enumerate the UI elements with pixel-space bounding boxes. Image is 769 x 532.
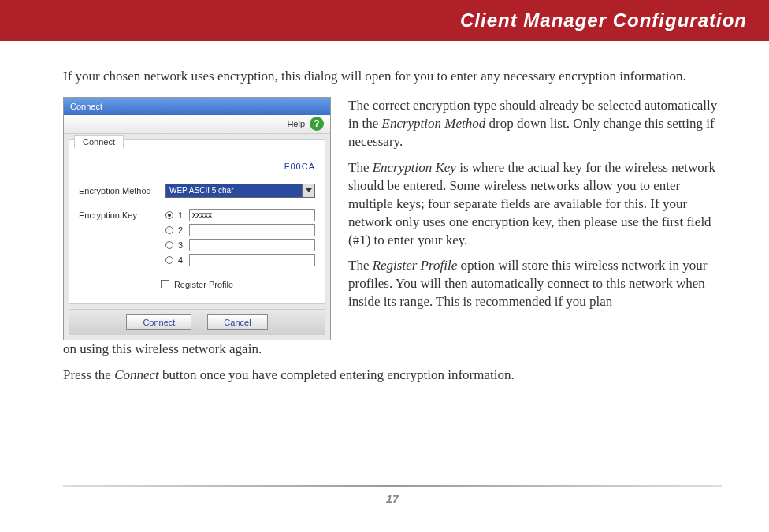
para-3a: The Register Profile option will store t… [348, 257, 722, 311]
encryption-method-dropdown[interactable] [165, 184, 315, 198]
key-line-3: 3 [165, 239, 315, 251]
page-number: 17 [63, 492, 722, 505]
key-input-4[interactable] [189, 254, 315, 266]
encryption-method-value[interactable] [165, 184, 303, 198]
content-area: If your chosen network uses encryption, … [0, 41, 769, 385]
para-1: The correct encryption type should alrea… [348, 97, 722, 151]
register-profile-label: Register Profile [174, 280, 233, 289]
para-4: Press the Connect button once you have c… [63, 366, 722, 385]
key-input-3[interactable] [189, 239, 315, 251]
key-line-2: 2 [165, 224, 315, 236]
encryption-method-label: Encryption Method [79, 186, 165, 195]
key-line-4: 4 [165, 254, 315, 266]
key-num-3: 3 [178, 240, 184, 250]
help-icon[interactable]: ? [310, 117, 324, 131]
connect-dialog: Connect Help ? Connect F00CA Encryption … [63, 97, 331, 340]
help-label[interactable]: Help [287, 119, 305, 128]
dialog-button-row: Connect Cancel [69, 309, 325, 335]
key-input-2[interactable] [189, 224, 315, 236]
dialog-body: Connect F00CA Encryption Method Encrypti… [69, 139, 325, 304]
para-2: The Encryption Key is where the actual k… [348, 159, 722, 250]
chevron-down-icon [306, 188, 312, 192]
dialog-toolbar: Help ? [64, 115, 330, 134]
key-radio-2[interactable] [165, 226, 173, 234]
key-radio-3[interactable] [165, 241, 173, 249]
encryption-keys-group: 1 2 3 [165, 209, 315, 269]
tab-connect[interactable]: Connect [74, 135, 124, 149]
ssid-label: F00CA [79, 162, 315, 171]
connect-button[interactable]: Connect [126, 314, 191, 330]
cancel-button[interactable]: Cancel [207, 314, 267, 330]
header-bar: Client Manager Configuration [0, 0, 769, 41]
key-radio-4[interactable] [165, 256, 173, 264]
key-line-1: 1 [165, 209, 315, 221]
key-radio-1[interactable] [165, 211, 173, 219]
dropdown-button[interactable] [303, 184, 315, 198]
key-input-1[interactable] [189, 209, 315, 221]
key-num-4: 4 [178, 255, 184, 265]
page-header-title: Client Manager Configuration [460, 9, 747, 32]
body-text-right: The correct encryption type should alrea… [348, 97, 722, 319]
para-3b: on using this wireless network again. [63, 340, 722, 359]
dialog-title-text: Connect [70, 102, 102, 111]
key-num-1: 1 [178, 210, 184, 220]
footer-rule [63, 485, 722, 487]
dialog-titlebar: Connect [64, 98, 330, 115]
register-profile-checkbox[interactable] [161, 280, 169, 288]
encryption-key-label: Encryption Key [79, 209, 165, 220]
intro-text: If your chosen network uses encryption, … [63, 68, 722, 86]
page-footer: 17 [63, 485, 722, 505]
body-text-after: on using this wireless network again. Pr… [63, 340, 722, 385]
key-num-2: 2 [178, 225, 184, 235]
